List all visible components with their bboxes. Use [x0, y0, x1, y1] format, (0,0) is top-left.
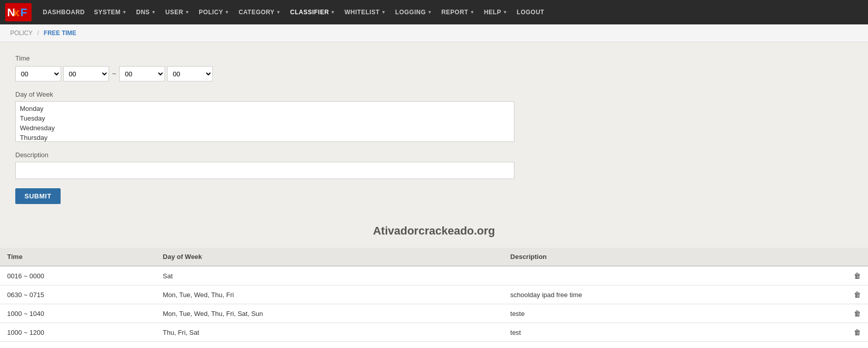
dow-option[interactable]: Thursday	[18, 133, 512, 142]
data-table: Time Day of Week Description 0016 ~ 0000…	[0, 248, 868, 348]
form-panel: Time 00010203 04050607 08091011 12131415…	[0, 42, 868, 219]
col-time: Time	[0, 248, 156, 266]
cell-description: test	[503, 323, 847, 342]
description-label: Description	[15, 151, 853, 159]
cell-time: 1000 ~ 1040	[0, 304, 156, 323]
description-input[interactable]	[15, 162, 514, 179]
time-row: 00010203 04050607 08091011 12131415 1617…	[15, 66, 853, 81]
delete-button[interactable]: 🗑	[847, 266, 868, 285]
dow-option[interactable]: Monday	[18, 104, 512, 113]
nav-dashboard[interactable]: DASHBOARD	[40, 7, 88, 18]
breadcrumb: POLICY / FREE TIME	[0, 24, 868, 42]
table-header-row: Time Day of Week Description	[0, 248, 868, 266]
cell-description: schoolday ipad free time	[503, 285, 847, 304]
dow-listbox[interactable]: MondayTuesdayWednesdayThursdayFridaySatu…	[15, 101, 514, 142]
table-row: 1000 ~ 1040 Mon, Tue, Wed, Thu, Fri, Sat…	[0, 304, 868, 323]
delete-button[interactable]: 🗑	[847, 342, 868, 349]
time-from-min[interactable]: 00153045	[63, 66, 109, 81]
col-actions	[847, 248, 868, 266]
table-row: 0016 ~ 0000 Sat 🗑	[0, 266, 868, 285]
breadcrumb-separator: /	[37, 30, 39, 37]
cell-dow: Sat	[156, 266, 503, 285]
cell-dow: Thu, Fri, Sat	[156, 323, 503, 342]
delete-button[interactable]: 🗑	[847, 304, 868, 323]
delete-button[interactable]: 🗑	[847, 285, 868, 304]
svg-text:x: x	[13, 6, 20, 19]
cell-description	[503, 266, 847, 285]
time-label: Time	[15, 54, 853, 62]
cell-dow: Mon, Tue, Wed, Thu, Fri	[156, 285, 503, 304]
nav-help[interactable]: HELP▼	[481, 7, 510, 18]
submit-button[interactable]: SUBMIT	[15, 188, 61, 204]
time-to-min[interactable]: 00153045	[167, 66, 213, 81]
delete-button[interactable]: 🗑	[847, 323, 868, 342]
breadcrumb-parent[interactable]: POLICY	[10, 30, 33, 37]
cell-time: 0016 ~ 0000	[0, 266, 156, 285]
brand-logo: N x F	[5, 3, 32, 21]
nav-system[interactable]: SYSTEM▼	[91, 7, 130, 18]
svg-text:F: F	[20, 6, 27, 19]
nav-category[interactable]: CATEGORY▼	[235, 7, 284, 18]
breadcrumb-current: FREE TIME	[44, 30, 76, 37]
nav-classifier[interactable]: CLASSIFIER▼	[287, 7, 338, 18]
col-description: Description	[503, 248, 847, 266]
cell-dow: Mon, Tue, Wed, Thu, Fri	[156, 342, 503, 349]
time-from-hour[interactable]: 00010203 04050607 08091011 12131415 1617…	[15, 66, 61, 81]
cell-dow: Mon, Tue, Wed, Thu, Fri, Sat, Sun	[156, 304, 503, 323]
col-dow: Day of Week	[156, 248, 503, 266]
cell-description: teste	[503, 304, 847, 323]
table-row: 1200 ~ 1300 Mon, Tue, Wed, Thu, Fri Char…	[0, 342, 868, 349]
nav-user[interactable]: USER▼	[162, 7, 193, 18]
table-row: 1000 ~ 1200 Thu, Fri, Sat test 🗑	[0, 323, 868, 342]
cell-description: Charlie Brown Weekday Freetime	[503, 342, 847, 349]
dow-option[interactable]: Tuesday	[18, 113, 512, 123]
watermark-text: Ativadorcrackeado.org	[0, 224, 868, 238]
nav-policy[interactable]: POLICY▼	[196, 7, 232, 18]
tilde-separator: ~	[111, 70, 117, 78]
cell-time: 0630 ~ 0715	[0, 285, 156, 304]
nav-whitelist[interactable]: WHITELIST▼	[341, 7, 389, 18]
nav-report[interactable]: REPORT▼	[438, 7, 477, 18]
nav-dns[interactable]: DNS▼	[133, 7, 159, 18]
cell-time: 1200 ~ 1300	[0, 342, 156, 349]
dow-option[interactable]: Wednesday	[18, 123, 512, 133]
dow-label: Day of Week	[15, 91, 853, 98]
time-to-hour[interactable]: 00010203 04050607 08091011 12131415 1617…	[119, 66, 165, 81]
cell-time: 1000 ~ 1200	[0, 323, 156, 342]
navbar: N x F DASHBOARD SYSTEM▼ DNS▼ USER▼ POLIC…	[0, 0, 868, 24]
nav-logout[interactable]: LOGOUT	[513, 7, 547, 18]
table-row: 0630 ~ 0715 Mon, Tue, Wed, Thu, Fri scho…	[0, 285, 868, 304]
nav-logging[interactable]: LOGGING▼	[392, 7, 436, 18]
